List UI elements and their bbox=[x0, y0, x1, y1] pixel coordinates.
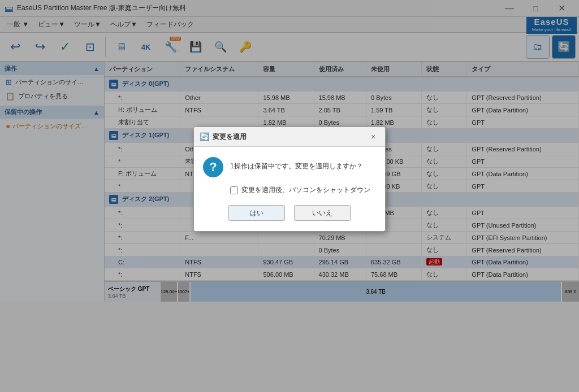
dialog-buttons: はい いいえ bbox=[203, 205, 376, 221]
dialog-title-text: 変更を適用 bbox=[213, 132, 247, 142]
shutdown-checkbox[interactable] bbox=[230, 186, 238, 194]
shutdown-checkbox-label[interactable]: 変更を適用後、パソコンをシャットダウン bbox=[241, 185, 370, 195]
dialog-body: ? 1操作は保留中です。変更を適用しますか？ 変更を適用後、パソコンをシャットダ… bbox=[194, 147, 385, 231]
dialog-title-icon: 🔄 bbox=[200, 132, 209, 141]
dialog-yes-button[interactable]: はい bbox=[228, 205, 285, 221]
dialog-close-button[interactable]: × bbox=[367, 130, 379, 143]
dialog-title-bar: 🔄 変更を適用 × bbox=[194, 127, 385, 147]
dialog-question-icon: ? bbox=[203, 157, 223, 177]
dialog-overlay: 🔄 変更を適用 × ? 1操作は保留中です。変更を適用しますか？ 変更を適用後、… bbox=[0, 0, 579, 392]
dialog-content: ? 1操作は保留中です。変更を適用しますか？ bbox=[203, 157, 376, 177]
dialog-no-button[interactable]: いいえ bbox=[294, 205, 351, 221]
dialog-message: 1操作は保留中です。変更を適用しますか？ bbox=[230, 157, 363, 172]
apply-changes-dialog: 🔄 変更を適用 × ? 1操作は保留中です。変更を適用しますか？ 変更を適用後、… bbox=[193, 127, 386, 232]
dialog-title: 🔄 変更を適用 bbox=[200, 132, 247, 142]
dialog-checkbox-row: 変更を適用後、パソコンをシャットダウン bbox=[230, 185, 376, 195]
